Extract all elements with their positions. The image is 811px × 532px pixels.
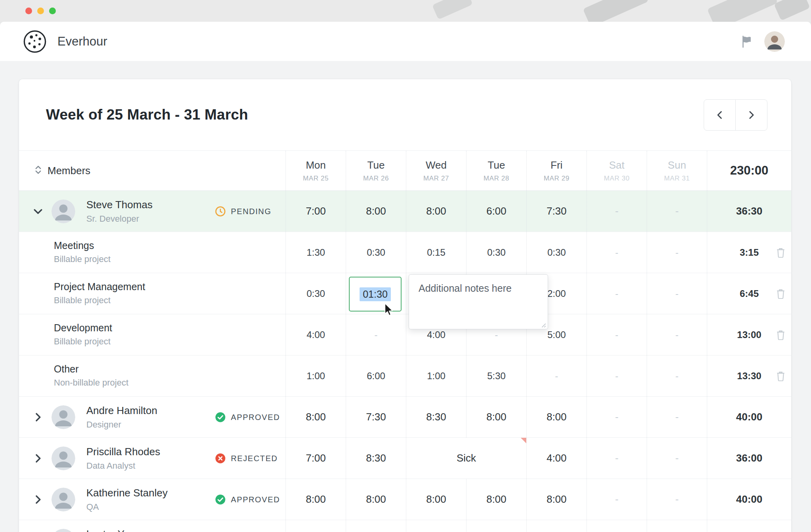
project-row: DevelopmentBillable project4:00-4:00-5:0… xyxy=(19,314,791,355)
project-row: Project ManagementBillable project0:302:… xyxy=(19,273,791,314)
day-cell[interactable] xyxy=(586,520,647,532)
day-cell[interactable]: 4:00 xyxy=(286,314,346,355)
member-row: Lester Young xyxy=(19,520,791,532)
day-cell[interactable] xyxy=(647,520,707,532)
trash-icon[interactable] xyxy=(777,289,785,299)
prev-week-button[interactable] xyxy=(704,99,736,131)
day-cell[interactable]: 8:00 xyxy=(526,479,586,520)
day-cell[interactable]: - xyxy=(526,355,586,396)
day-cell[interactable]: 8:30 xyxy=(346,438,406,479)
user-avatar[interactable] xyxy=(764,31,785,52)
day-cell[interactable]: 1:30 xyxy=(286,232,346,273)
row-total: 40:00 xyxy=(736,493,763,505)
row-total-cell: 40:00 xyxy=(707,397,791,437)
status-label: PENDING xyxy=(231,207,271,216)
day-cell[interactable]: 8:00 xyxy=(526,397,586,437)
resize-handle-icon[interactable] xyxy=(540,321,546,328)
day-cell[interactable]: - xyxy=(647,232,707,273)
member-cell: Katherine StanleyQAAPPROVED xyxy=(19,479,286,520)
day-cell[interactable]: 5:30 xyxy=(466,355,526,396)
day-cell[interactable]: - xyxy=(586,191,647,232)
day-cell[interactable]: - xyxy=(586,479,647,520)
sort-icon xyxy=(35,165,42,177)
day-cell[interactable]: 0:30 xyxy=(286,273,346,314)
everhour-logo-icon xyxy=(23,29,47,54)
day-cell[interactable]: - xyxy=(647,438,707,479)
member-avatar xyxy=(51,529,75,532)
day-cell[interactable]: 8:00 xyxy=(346,479,406,520)
close-window-button[interactable] xyxy=(25,8,32,14)
day-cell[interactable]: 6:00 xyxy=(346,355,406,396)
day-cell[interactable]: - xyxy=(586,397,647,437)
member-row: Steve ThomasSr. DeveloperPENDING7:008:00… xyxy=(19,191,791,232)
member-avatar xyxy=(51,488,75,511)
desktop-top-bar xyxy=(0,0,811,22)
day-cell[interactable]: 8:00 xyxy=(346,191,406,232)
day-cell[interactable]: 6:00 xyxy=(466,191,526,232)
day-cell[interactable]: 8:00 xyxy=(466,479,526,520)
day-cell[interactable]: - xyxy=(586,355,647,396)
notes-popover[interactable]: Additional notes here xyxy=(409,274,548,329)
expand-chevron-icon[interactable] xyxy=(35,494,41,505)
row-total: 36:30 xyxy=(736,205,763,217)
project-info: DevelopmentBillable project xyxy=(54,314,286,347)
time-edit-input[interactable]: 01:30 xyxy=(349,277,402,312)
day-cell[interactable]: 7:30 xyxy=(526,191,586,232)
minimize-window-button[interactable] xyxy=(37,8,44,14)
day-cell[interactable]: 8:00 xyxy=(286,479,346,520)
trash-icon[interactable] xyxy=(777,371,785,381)
day-cell[interactable]: - xyxy=(586,314,647,355)
day-cell[interactable] xyxy=(526,520,586,532)
status-badge-pending: PENDING xyxy=(215,206,271,217)
day-cell[interactable]: 4:00 xyxy=(526,438,586,479)
day-cell[interactable]: - xyxy=(647,397,707,437)
row-total-cell: 40:00 xyxy=(707,479,791,520)
day-cell[interactable]: - xyxy=(647,273,707,314)
day-cell[interactable]: 1:00 xyxy=(406,355,466,396)
day-cell[interactable]: 7:00 xyxy=(286,438,346,479)
day-cell[interactable]: - xyxy=(586,438,647,479)
day-cell[interactable]: 1:00 xyxy=(286,355,346,396)
day-cell[interactable]: - xyxy=(647,355,707,396)
next-week-button[interactable] xyxy=(735,99,767,131)
day-cell[interactable]: 8:00 xyxy=(406,479,466,520)
member-row: Andre HamiltonDesignerAPPROVED8:007:308:… xyxy=(19,397,791,438)
project-name: Meetings xyxy=(54,240,286,251)
day-cell[interactable]: - xyxy=(346,314,406,355)
day-cell[interactable]: - xyxy=(647,479,707,520)
day-cell[interactable]: 7:00 xyxy=(286,191,346,232)
day-cell[interactable] xyxy=(346,520,406,532)
day-cell[interactable]: - xyxy=(586,232,647,273)
day-cell[interactable]: 8:00 xyxy=(466,397,526,437)
expand-chevron-icon[interactable] xyxy=(35,453,41,464)
day-cell[interactable]: 0:15 xyxy=(406,232,466,273)
members-column-header[interactable]: Members xyxy=(19,151,286,190)
day-cell[interactable] xyxy=(406,520,466,532)
trash-icon[interactable] xyxy=(777,330,785,340)
day-cell[interactable]: 8:00 xyxy=(286,397,346,437)
day-cell[interactable]: 0:30 xyxy=(526,232,586,273)
status-badge-approved: APPROVED xyxy=(215,494,280,505)
project-name: Project Management xyxy=(54,281,286,293)
trash-icon[interactable] xyxy=(777,247,785,258)
day-cell[interactable]: - xyxy=(647,314,707,355)
day-cell[interactable]: 0:30 xyxy=(346,232,406,273)
day-cell[interactable]: 8:30 xyxy=(406,397,466,437)
zoom-window-button[interactable] xyxy=(49,8,56,14)
status-badge-rejected: REJECTED xyxy=(215,453,278,464)
day-header: SatMAR 30 xyxy=(586,151,647,190)
flag-icon[interactable] xyxy=(741,35,752,48)
day-cell[interactable]: - xyxy=(647,191,707,232)
day-cell[interactable]: - xyxy=(586,273,647,314)
day-cell[interactable]: 8:00 xyxy=(406,191,466,232)
day-cell[interactable] xyxy=(466,520,526,532)
day-cell[interactable]: 0:30 xyxy=(466,232,526,273)
day-date: MAR 27 xyxy=(423,175,449,182)
table-header: Members MonMAR 25TueMAR 26WedMAR 27TueMA… xyxy=(19,150,791,191)
day-cell[interactable]: 7:30 xyxy=(346,397,406,437)
expand-chevron-icon[interactable] xyxy=(35,412,41,422)
row-total-cell: 13:30 xyxy=(707,355,791,396)
collapse-chevron-icon[interactable] xyxy=(33,208,43,215)
sick-cell[interactable]: Sick xyxy=(406,438,526,479)
day-cell[interactable] xyxy=(286,520,346,532)
